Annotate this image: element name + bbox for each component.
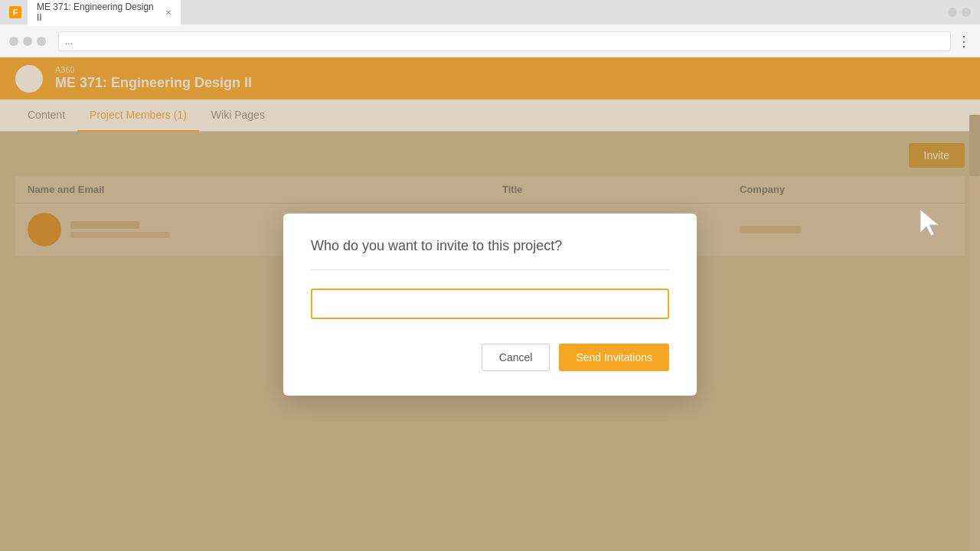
modal-actions: Cancel Send Invitations: [311, 344, 669, 371]
tab-close-icon[interactable]: ✕: [165, 8, 172, 17]
browser-toolbar: ... ⋮: [0, 24, 980, 57]
modal-overlay: Who do you want to invite to this projec…: [0, 57, 980, 551]
window-maximize-icon[interactable]: [962, 8, 971, 17]
address-bar[interactable]: ...: [58, 31, 951, 51]
browser-favicon: F: [9, 6, 21, 18]
invite-modal: Who do you want to invite to this projec…: [283, 214, 697, 396]
app-container: A360 ME 371: Engineering Design II Conte…: [0, 57, 980, 551]
browser-tab[interactable]: ME 371: Engineering Design II ✕: [28, 0, 181, 26]
cancel-button[interactable]: Cancel: [482, 344, 550, 371]
address-bar-text: ...: [65, 36, 73, 47]
window-controls: [948, 8, 971, 17]
traffic-lights: [9, 37, 46, 46]
window-minimize-icon[interactable]: [948, 8, 957, 17]
traffic-light-minimize[interactable]: [23, 37, 32, 46]
traffic-light-maximize[interactable]: [37, 37, 46, 46]
browser-title-bar: F ME 371: Engineering Design II ✕: [0, 0, 980, 24]
modal-divider: [311, 269, 669, 270]
browser-chrome: F ME 371: Engineering Design II ✕ ... ⋮: [0, 0, 980, 57]
traffic-light-close[interactable]: [9, 37, 18, 46]
modal-title: Who do you want to invite to this projec…: [311, 238, 669, 254]
browser-menu-icon[interactable]: ⋮: [957, 33, 971, 50]
send-invitations-button[interactable]: Send Invitations: [559, 344, 669, 371]
browser-tab-title: ME 371: Engineering Design II: [37, 2, 161, 23]
invite-email-input[interactable]: [311, 289, 669, 319]
